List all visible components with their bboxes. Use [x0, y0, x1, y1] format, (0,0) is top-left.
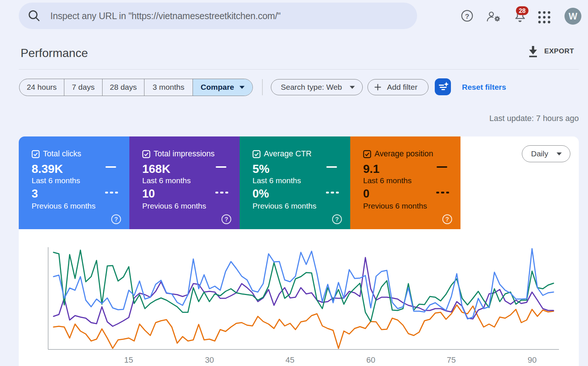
- svg-text:45: 45: [286, 355, 294, 365]
- svg-text:?: ?: [335, 216, 339, 223]
- svg-text:75: 75: [447, 355, 456, 365]
- svg-text:?: ?: [445, 216, 449, 223]
- svg-text:15: 15: [124, 355, 133, 365]
- svg-text:?: ?: [225, 216, 228, 223]
- svg-text:30: 30: [205, 355, 214, 365]
- svg-text:60: 60: [366, 355, 375, 365]
- svg-text:90: 90: [528, 355, 537, 365]
- svg-text:?: ?: [114, 216, 118, 223]
- svg-text:?: ?: [465, 13, 469, 20]
